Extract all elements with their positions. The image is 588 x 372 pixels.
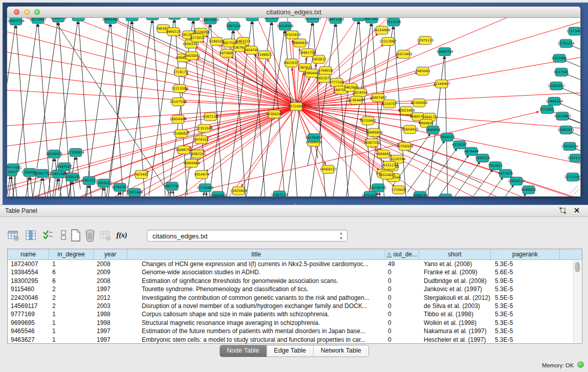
scrollbar-thumb[interactable] [575, 262, 580, 272]
graph-node[interactable]: 17016534 [561, 142, 578, 150]
graph-node[interactable]: 5875685 [220, 49, 234, 57]
graph-node[interactable]: 8958923 [440, 133, 455, 141]
graph-node[interactable]: 9978314 [194, 136, 209, 144]
graph-node[interactable]: 18107553 [169, 98, 186, 106]
cell-year[interactable]: 2008 [94, 277, 127, 285]
graph-node[interactable]: 15654923 [401, 125, 418, 134]
cell-short[interactable]: Tibbo et al. (1998) [419, 310, 491, 318]
graph-edge[interactable] [108, 18, 129, 196]
graph-node[interactable]: 9684067 [376, 150, 391, 158]
cell-title[interactable]: Changes of HCN gene expression and I(f) … [127, 260, 385, 268]
graph-node[interactable]: 16151234 [381, 161, 398, 169]
graph-node[interactable]: 7485063 [416, 67, 430, 75]
graph-node[interactable]: 9914479 [194, 170, 209, 179]
graph-node[interactable]: 16999488 [183, 159, 200, 167]
cell-title[interactable]: Corpus callosum shape and size in male p… [127, 310, 385, 318]
graph-node[interactable]: 14671355 [327, 18, 344, 24]
cell-indegree[interactable]: 2 [49, 285, 94, 293]
graph-edge[interactable] [296, 106, 580, 196]
graph-node[interactable]: 12923448 [126, 188, 143, 196]
graph-edge[interactable] [565, 74, 580, 85]
column-header-year[interactable]: year [94, 249, 127, 259]
graph-node[interactable]: 8454749 [244, 46, 259, 54]
graph-edge[interactable] [106, 21, 132, 196]
graph-node[interactable]: 8275031 [190, 34, 205, 42]
graph-edge[interactable] [206, 192, 209, 196]
graph-node[interactable]: 16033809 [202, 18, 219, 24]
graph-node[interactable]: 18654984 [169, 115, 186, 123]
graph-edge[interactable] [188, 60, 296, 106]
graph-node[interactable]: 11173497 [566, 27, 580, 35]
network-graph[interactable]: 7663822986012559129541654335198960112342… [7, 18, 580, 196]
graph-node[interactable]: 9860125 [166, 28, 181, 36]
cell-short[interactable]: Wolkin et al. (1998) [419, 319, 491, 327]
graph-node[interactable]: 6379197 [452, 141, 467, 149]
graph-edge[interactable] [7, 18, 296, 106]
table-row[interactable]: 969969511998Structural magnetic resonanc… [8, 319, 582, 327]
cell-pagerank[interactable]: 5.3E-5 [491, 319, 560, 327]
graph-node[interactable]: 7515526 [386, 18, 401, 26]
graph-node[interactable]: 19218506 [276, 22, 293, 30]
cell-pagerank[interactable]: 5.3E-5 [491, 302, 560, 310]
cell-pagerank[interactable]: 5.3E-5 [491, 310, 560, 318]
graph-node[interactable]: 11675331 [567, 154, 580, 162]
cell-title[interactable]: Estimation of the future numbers of pati… [127, 327, 385, 335]
graph-node[interactable]: 10654112 [508, 177, 525, 185]
cell-short[interactable]: Stergiakouli et al. (2012) [419, 294, 491, 302]
graph-node[interactable]: 18039035 [70, 18, 86, 21]
graph-node[interactable]: 18907293 [363, 139, 380, 147]
graph-node[interactable]: 23420041 [183, 52, 200, 60]
cell-indegree[interactable]: 2 [49, 294, 94, 302]
cell-pagerank[interactable]: 5.6E-5 [491, 268, 560, 276]
cell-short[interactable]: Nakamura et al. (1997) [419, 327, 491, 335]
table-row[interactable]: 2242004622012Investigating the contribut… [8, 294, 582, 302]
cell-pagerank[interactable]: 5.3E-5 [491, 327, 560, 335]
graph-edge[interactable] [30, 177, 34, 196]
graph-edge[interactable] [85, 24, 110, 196]
cell-year[interactable]: 2012 [94, 294, 127, 302]
graph-node[interactable]: 20691406 [102, 18, 119, 24]
graph-node[interactable]: 10655287 [166, 18, 183, 19]
graph-node[interactable]: 16154808 [373, 26, 390, 34]
cell-year[interactable]: 1997 [94, 336, 127, 344]
graph-edge[interactable] [277, 106, 296, 196]
graph-node[interactable]: 12353594 [195, 124, 212, 133]
graph-edge[interactable] [195, 47, 296, 106]
graph-node[interactable]: 2935114 [475, 154, 490, 162]
graph-node[interactable]: 10958107 [95, 179, 112, 187]
graph-node[interactable]: 19565370 [123, 18, 140, 21]
graph-node[interactable]: 13325419 [284, 31, 300, 39]
cell-short[interactable]: Dudbridge et al. (2008) [419, 277, 491, 285]
cell-name[interactable]: 9777169 [8, 310, 49, 318]
graph-node[interactable]: 15716485 [197, 184, 213, 192]
graph-edge[interactable] [296, 106, 580, 196]
graph-node[interactable]: 16210643 [554, 112, 571, 120]
cell-indegree[interactable]: 2 [49, 302, 94, 310]
network-canvas[interactable]: 7663822986012559129541654335198960112342… [7, 18, 580, 196]
graph-node[interactable]: 12213589 [171, 84, 188, 93]
network-window[interactable]: citations_edges.txt 76638229860125591295… [7, 6, 581, 196]
cell-title[interactable]: Embryonic stem cells: a model to study s… [127, 336, 385, 344]
cell-name[interactable]: 14569117 [8, 302, 49, 310]
cell-short[interactable]: Jankovic et al. (1997) [419, 285, 491, 293]
graph-node[interactable]: 6794028 [318, 67, 333, 75]
cell-outde[interactable]: 0 [385, 285, 419, 293]
table-row[interactable]: 911546021997Tourette syndrome. Phenomeno… [8, 285, 582, 293]
graph-node[interactable]: 16367119 [271, 191, 288, 196]
graph-node[interactable]: 15751074 [557, 39, 574, 48]
column-header-name[interactable]: name [8, 249, 49, 259]
graph-node[interactable]: 15829459 [230, 187, 247, 195]
graph-node[interactable]: 9146821 [257, 51, 272, 59]
graph-node[interactable]: 2687682 [364, 18, 379, 23]
new-table-icon[interactable] [69, 228, 83, 243]
graph-node[interactable]: 10973493 [395, 50, 412, 58]
table-settings-icon[interactable] [6, 228, 20, 243]
graph-node[interactable]: 9397587 [57, 163, 72, 171]
column-header-outde[interactable]: △ out_de... [385, 249, 419, 259]
graph-node[interactable]: 12505151 [63, 173, 80, 181]
network-window-titlebar[interactable]: citations_edges.txt [7, 7, 580, 18]
cell-title[interactable]: Estimation of significance thresholds fo… [127, 277, 385, 285]
cell-title[interactable]: Structural magnetic resonance image aver… [127, 319, 385, 327]
graph-edge[interactable] [7, 18, 296, 106]
graph-edge[interactable] [7, 31, 296, 106]
